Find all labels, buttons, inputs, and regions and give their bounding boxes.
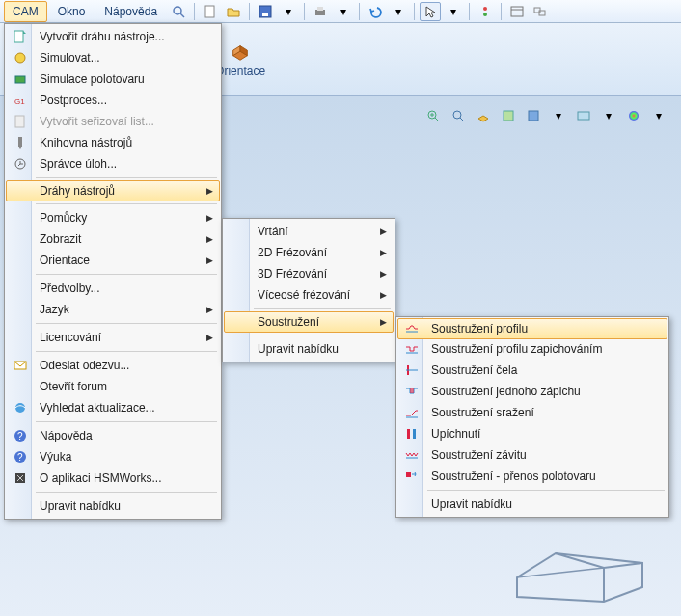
svg-point-20	[453, 111, 461, 119]
menu-okno[interactable]: Okno	[49, 1, 95, 22]
turning-profile-groove[interactable]: Soustružení profilu zapichováním	[398, 338, 667, 360]
svg-rect-6	[317, 7, 323, 11]
save-icon[interactable]	[255, 2, 276, 21]
menu-postprocess[interactable]: G1Postproces...	[7, 90, 219, 111]
menu-open-forum[interactable]: Otevřít forum	[7, 376, 219, 397]
print-dropdown-icon[interactable]: ▾	[333, 2, 354, 21]
scene-icon[interactable]	[573, 106, 594, 125]
svg-rect-43	[410, 388, 414, 393]
submenu-multiaxis[interactable]: Víceosé frézování▶	[225, 284, 393, 306]
new-icon[interactable]	[200, 2, 221, 21]
turning-submenu: Soustružení profilu Soustružení profilu …	[395, 316, 669, 518]
turning-partoff[interactable]: Upíchnutí	[398, 423, 667, 444]
menu-customize-1[interactable]: Upravit nabídku	[7, 495, 219, 517]
svg-rect-4	[262, 13, 268, 16]
svg-point-7	[483, 7, 487, 11]
submenu-2d-milling[interactable]: 2D Frézování▶	[225, 242, 393, 263]
dropdown3-icon[interactable]: ▾	[648, 106, 669, 125]
submenu-3d-milling[interactable]: 3D Frézování▶	[225, 263, 393, 284]
menu-simulate[interactable]: Simulovat...	[7, 47, 219, 68]
zoom-fit-icon[interactable]	[448, 106, 469, 125]
svg-rect-45	[413, 429, 416, 439]
select-dropdown-icon[interactable]: ▾	[443, 2, 464, 21]
print-icon[interactable]	[310, 2, 331, 21]
view-cube-icon[interactable]	[498, 106, 519, 125]
menu-about[interactable]: O aplikaci HSMWorks...	[7, 468, 219, 489]
svg-rect-26	[14, 31, 23, 42]
display-style-icon[interactable]	[523, 106, 544, 125]
ribbon-orientace-label: Orientace	[215, 65, 265, 78]
submenu-turning[interactable]: Soustružení▶	[224, 311, 394, 333]
menu-send-feedback[interactable]: Odeslat odezvu...	[7, 355, 219, 376]
svg-rect-28	[15, 76, 25, 83]
menu-tool-library[interactable]: Knihovna nástrojů	[7, 132, 219, 153]
traffic-light-icon[interactable]	[475, 2, 496, 21]
svg-rect-23	[529, 111, 538, 121]
svg-text:?: ?	[17, 431, 23, 442]
toolpaths-submenu: Vrtání▶ 2D Frézování▶ 3D Frézování▶ Více…	[222, 218, 395, 362]
open-icon[interactable]	[223, 2, 244, 21]
turning-stock-transfer[interactable]: Soustružení - přenos polotovaru	[398, 466, 667, 487]
menu-task-manager[interactable]: Správce úloh...	[7, 153, 219, 174]
menubar: CAM Okno Nápověda ▾ ▾ ▾ ▾	[0, 0, 681, 23]
turning-single-groove[interactable]: Soustružení jednoho zápichu	[398, 381, 667, 402]
svg-rect-44	[407, 429, 410, 439]
svg-rect-47	[406, 472, 411, 477]
svg-rect-9	[511, 7, 523, 16]
menu-cam[interactable]: CAM	[4, 1, 47, 22]
turning-chamfer[interactable]: Soustružení sražení	[398, 402, 667, 423]
submenu-customize[interactable]: Upravit nabídku	[225, 338, 393, 360]
part-preview	[498, 510, 662, 606]
dropdown2-icon[interactable]: ▾	[598, 106, 619, 125]
svg-rect-22	[504, 111, 513, 121]
svg-rect-24	[578, 112, 589, 120]
svg-text:?: ?	[17, 452, 23, 463]
settings-icon[interactable]	[530, 2, 551, 21]
svg-rect-2	[205, 6, 214, 17]
turning-thread[interactable]: Soustružení závitu	[398, 444, 667, 466]
turning-face[interactable]: Soustružení čela	[398, 360, 667, 381]
window-icon[interactable]	[506, 2, 528, 21]
menu-napoveda[interactable]: Nápověda	[95, 1, 166, 22]
menu-tutorial[interactable]: ?Výuka	[7, 446, 219, 468]
submenu-drilling[interactable]: Vrtání▶	[225, 221, 393, 242]
search-icon[interactable]	[168, 2, 189, 21]
svg-line-21	[460, 118, 464, 121]
view-toolbar: ▾ ▾ ▾	[419, 104, 673, 127]
menu-check-updates[interactable]: Vyhledat aktualizace...	[7, 397, 219, 418]
menu-orientation[interactable]: Orientace▶	[7, 250, 219, 271]
menu-sim-stock[interactable]: Simulace polotovaru	[7, 68, 219, 90]
menu-toolpaths[interactable]: Dráhy nástrojů▶	[6, 180, 220, 201]
turning-profile[interactable]: Soustružení profilu	[397, 318, 667, 339]
zoom-in-icon[interactable]	[422, 106, 444, 125]
appearance-icon[interactable]	[623, 106, 644, 125]
menu-create-toolpath[interactable]: Vytvořit dráhu nástroje...	[7, 26, 219, 47]
svg-rect-30	[15, 116, 24, 127]
svg-line-1	[180, 13, 184, 17]
svg-point-8	[483, 13, 487, 16]
menu-utilities[interactable]: Pomůcky▶	[7, 207, 219, 228]
svg-point-34	[15, 403, 25, 413]
menu-help[interactable]: ?Nápověda	[7, 425, 219, 446]
menu-language[interactable]: Jazyk▶	[7, 299, 219, 320]
menu-preferences[interactable]: Předvolby...	[7, 278, 219, 299]
turning-customize[interactable]: Upravit nabídku	[398, 494, 667, 515]
menu-setup-sheet: Vytvořit seřizovaí list...	[7, 111, 219, 132]
cam-menu: Vytvořit dráhu nástroje... Simulovat... …	[4, 23, 222, 520]
dropdown-icon[interactable]: ▾	[548, 106, 569, 125]
svg-point-0	[174, 7, 181, 14]
svg-text:G1: G1	[14, 97, 25, 106]
menu-view[interactable]: Zobrazit▶	[7, 228, 219, 250]
select-icon[interactable]	[420, 2, 441, 21]
svg-line-17	[435, 118, 439, 121]
redo-dropdown-icon[interactable]: ▾	[388, 2, 409, 21]
save-dropdown-icon[interactable]: ▾	[278, 2, 299, 21]
cube-icon[interactable]	[473, 106, 494, 125]
svg-rect-31	[18, 137, 22, 147]
undo-icon[interactable]	[365, 2, 386, 21]
svg-point-25	[629, 111, 639, 121]
svg-point-27	[15, 53, 25, 63]
menu-licensing[interactable]: Licencování▶	[7, 327, 219, 348]
